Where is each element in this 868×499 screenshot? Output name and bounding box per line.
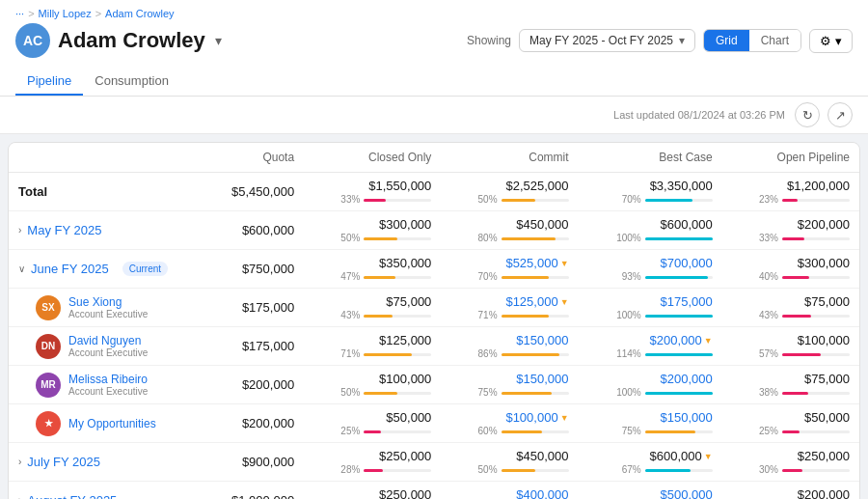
page-title: Adam Crowley xyxy=(58,28,205,53)
refresh-button[interactable]: ↻ xyxy=(795,102,820,127)
table-cell: $150,000 75% xyxy=(441,366,578,404)
grid-view-button[interactable]: Grid xyxy=(704,30,749,51)
tab-consumption[interactable]: Consumption xyxy=(83,68,180,96)
last-updated-text: Last updated 08/1/2024 at 03:26 PM xyxy=(613,109,785,121)
row-label: › August FY 2025 xyxy=(9,482,202,500)
progress-bar xyxy=(782,469,850,472)
table-cell: $3,350,000 70% xyxy=(579,173,722,211)
table-cell: $400,000 40% xyxy=(441,482,578,500)
col-open: Open Pipeline xyxy=(722,143,859,173)
row-label: › July FY 2025 xyxy=(9,443,202,482)
progress-bar xyxy=(502,276,569,279)
progress-bar xyxy=(364,315,431,318)
expand-icon[interactable]: › xyxy=(18,457,21,467)
person-name[interactable]: David Nguyen xyxy=(68,334,148,347)
person-name[interactable]: My Opportunities xyxy=(68,417,156,430)
progress-bar xyxy=(364,353,431,356)
avatar: SX xyxy=(36,295,61,320)
breadcrumb-child[interactable]: Adam Crowley xyxy=(105,8,175,19)
quota-cell: $900,000 xyxy=(202,443,304,482)
date-range-text: May FY 2025 - Oct FY 2025 xyxy=(529,34,673,47)
col-commit: Commit xyxy=(441,143,578,173)
quota-cell: $5,450,000 xyxy=(202,173,304,211)
progress-bar xyxy=(502,392,569,395)
breadcrumb-parent[interactable]: Milly Lopez xyxy=(39,8,92,19)
table-cell: $300,000 50% xyxy=(304,211,441,250)
progress-bar xyxy=(645,237,713,240)
avatar: ★ xyxy=(36,411,61,436)
breadcrumb: ··· > Milly Lopez > Adam Crowley xyxy=(15,8,853,19)
progress-bar xyxy=(364,392,431,395)
person-row: MR Melissa Ribeiro Account Executive $20… xyxy=(9,366,859,404)
table-cell: $150,000 75% xyxy=(579,404,722,443)
app-container: ··· > Milly Lopez > Adam Crowley AC Adam… xyxy=(0,0,868,499)
table-cell: $700,000 93% xyxy=(579,250,722,289)
table-cell: $250,000 25% xyxy=(304,482,441,500)
table-container: Quota Closed Only Commit Best Case Open … xyxy=(8,142,860,499)
table-cell: $100,000 50% xyxy=(304,366,441,404)
expand-icon[interactable]: › xyxy=(18,495,21,499)
chart-view-button[interactable]: Chart xyxy=(749,30,800,51)
chevron-down-icon[interactable]: ▾ xyxy=(215,33,222,48)
table-cell: $200,000 100% xyxy=(579,366,722,404)
table-cell: $175,000 100% xyxy=(579,289,722,327)
header-left: AC Adam Crowley ▾ xyxy=(15,23,222,58)
col-quota: Quota xyxy=(202,143,304,173)
quota-cell: $175,000 xyxy=(202,327,304,366)
progress-bar xyxy=(364,237,431,240)
date-picker-chevron-icon: ▾ xyxy=(679,34,685,47)
table-cell: $200,000 20% xyxy=(722,482,859,500)
table-cell: $300,000 40% xyxy=(722,250,859,289)
tabs: Pipeline Consumption xyxy=(15,64,853,96)
settings-button[interactable]: ⚙ ▾ xyxy=(809,29,853,53)
progress-bar xyxy=(502,199,569,202)
tab-pipeline[interactable]: Pipeline xyxy=(15,68,83,96)
showing-label: Showing xyxy=(467,34,511,47)
progress-bar xyxy=(782,353,850,356)
table-cell: $450,000 80% xyxy=(441,211,578,250)
person-row: DN David Nguyen Account Executive $175,0… xyxy=(9,327,859,366)
progress-bar xyxy=(502,315,569,318)
table-cell: $125,000▼ 71% xyxy=(441,289,578,327)
quota-cell: $750,000 xyxy=(202,250,304,289)
pipeline-table: Quota Closed Only Commit Best Case Open … xyxy=(9,143,859,499)
table-cell: $75,000 43% xyxy=(722,289,859,327)
table-cell: $2,525,000 50% xyxy=(441,173,578,211)
person-cell: SX Sue Xiong Account Executive xyxy=(9,289,202,327)
collapse-icon[interactable]: ∨ xyxy=(18,263,25,274)
progress-bar xyxy=(502,430,569,433)
table-cell: $1,550,000 33% xyxy=(304,173,441,211)
progress-bar xyxy=(782,430,850,433)
table-cell: $450,000 50% xyxy=(441,443,578,482)
person-row: SX Sue Xiong Account Executive $175,000 … xyxy=(9,289,859,327)
avatar: DN xyxy=(36,334,61,359)
date-range-picker[interactable]: May FY 2025 - Oct FY 2025 ▾ xyxy=(519,29,695,52)
col-name xyxy=(9,143,202,173)
sub-header: Last updated 08/1/2024 at 03:26 PM ↻ ↗ xyxy=(0,97,868,134)
table-cell: $350,000 47% xyxy=(304,250,441,289)
progress-bar xyxy=(502,469,569,472)
export-button[interactable]: ↗ xyxy=(827,102,853,127)
person-cell: DN David Nguyen Account Executive xyxy=(9,327,202,366)
progress-bar xyxy=(645,392,713,395)
quota-cell: $175,000 xyxy=(202,289,304,327)
breadcrumb-dots: ··· xyxy=(15,8,24,19)
progress-bar xyxy=(782,315,850,318)
table-cell: $150,000 86% xyxy=(441,327,578,366)
current-badge: Current xyxy=(122,262,168,276)
row-label: Total xyxy=(9,173,202,211)
quota-cell: $200,000 xyxy=(202,366,304,404)
settings-chevron-icon: ▾ xyxy=(835,34,842,48)
header-controls: Showing May FY 2025 - Oct FY 2025 ▾ Grid… xyxy=(467,29,853,53)
avatar: AC xyxy=(15,23,50,58)
expand-icon[interactable]: › xyxy=(18,225,21,236)
person-name[interactable]: Melissa Ribeiro xyxy=(68,373,148,386)
person-name[interactable]: Sue Xiong xyxy=(68,295,148,309)
progress-bar xyxy=(364,469,431,472)
progress-bar xyxy=(645,469,713,472)
progress-bar xyxy=(645,353,713,356)
progress-bar xyxy=(364,430,431,433)
person-cell: ★ My Opportunities xyxy=(9,404,202,443)
table-cell: $125,000 71% xyxy=(304,327,441,366)
progress-bar xyxy=(782,199,850,202)
